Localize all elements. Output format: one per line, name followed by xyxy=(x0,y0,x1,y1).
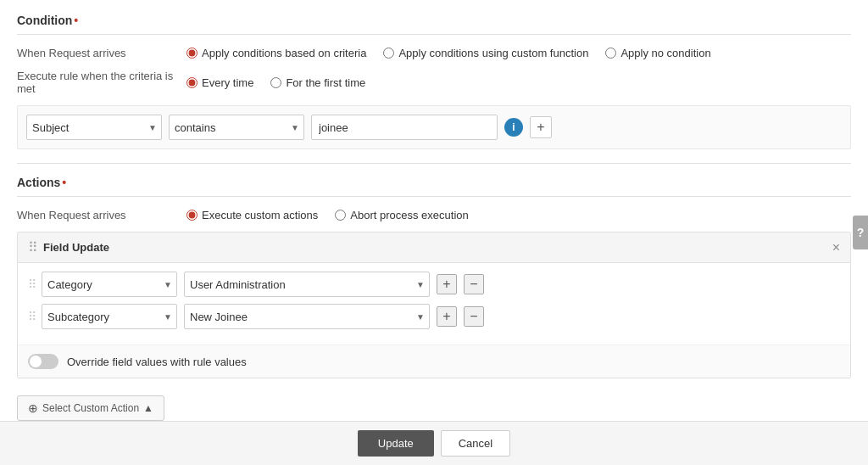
field-row: ⠿ Category Subcategory Subject Status ▼ … xyxy=(28,272,840,297)
user-admin-select[interactable]: User Administration IT Support HR Financ… xyxy=(184,272,430,297)
footer-bar: Update Cancel xyxy=(0,421,868,465)
radio-none-label: Apply no condition xyxy=(620,47,710,59)
operator-select-container: contains equals starts with ends with ▼ xyxy=(169,115,304,140)
plus-circle-icon: ⊕ xyxy=(28,401,38,415)
radio-criteria-input[interactable] xyxy=(186,48,198,59)
condition-section: Condition• When Request arrives Apply co… xyxy=(17,14,851,149)
new-joinee-select-container: New Joinee Exit Transfer Promotion ▼ xyxy=(184,304,430,329)
exec-first-input[interactable] xyxy=(270,77,281,88)
subcategory-select-container: Category Subcategory Subject Status ▼ xyxy=(42,304,177,329)
update-button[interactable]: Update xyxy=(358,430,434,457)
actions-section: Actions• When Request arrives Execute cu… xyxy=(17,176,851,421)
category-select-container: Category Subcategory Subject Status ▼ xyxy=(42,272,177,297)
subcategory-select[interactable]: Category Subcategory Subject Status xyxy=(42,304,177,329)
add-criteria-button[interactable]: + xyxy=(530,116,552,138)
card-drag-handle-icon[interactable]: ⠿ xyxy=(28,239,36,255)
dropdown-arrow-icon: ▲ xyxy=(143,402,153,414)
exec-first-label: For the first time xyxy=(286,76,365,89)
act-custom-label: Execute custom actions xyxy=(202,209,318,221)
override-row: Override field values with rule values xyxy=(18,345,850,378)
actions-title: Actions• xyxy=(17,176,851,197)
radio-custom-item[interactable]: Apply conditions using custom function xyxy=(383,47,588,59)
user-admin-select-container: User Administration IT Support HR Financ… xyxy=(184,272,430,297)
close-card-button[interactable]: × xyxy=(832,241,840,255)
info-button[interactable]: i xyxy=(504,118,523,137)
row2-plus-button[interactable]: + xyxy=(437,306,457,327)
exec-every-label: Every time xyxy=(202,76,253,89)
row1-minus-button[interactable]: − xyxy=(464,274,484,294)
field-update-header: ⠿ Field Update × xyxy=(18,232,850,263)
criteria-value-input[interactable] xyxy=(311,115,498,140)
help-tab[interactable]: ? xyxy=(853,216,868,249)
cancel-button[interactable]: Cancel xyxy=(441,430,510,457)
row1-plus-button[interactable]: + xyxy=(437,274,457,294)
when-request-row: When Request arrives Apply conditions ba… xyxy=(17,47,851,59)
field-update-title: Field Update xyxy=(43,241,826,254)
radio-custom-input[interactable] xyxy=(383,48,394,59)
section-divider xyxy=(17,163,851,164)
act-abort-input[interactable] xyxy=(335,210,346,221)
override-toggle[interactable] xyxy=(28,354,58,369)
execute-rule-label: Execute rule when the criteria is met xyxy=(17,70,186,95)
exec-every-input[interactable] xyxy=(186,77,198,88)
select-custom-action-button[interactable]: ⊕ Select Custom Action ▲ xyxy=(17,395,164,421)
actions-radio-group: Execute custom actions Abort process exe… xyxy=(186,209,469,221)
radio-criteria-label: Apply conditions based on criteria xyxy=(202,47,366,59)
new-joinee-select[interactable]: New Joinee Exit Transfer Promotion xyxy=(184,304,430,329)
radio-none-item[interactable]: Apply no condition xyxy=(605,47,710,59)
execute-rule-row: Execute rule when the criteria is met Ev… xyxy=(17,70,851,95)
act-custom-item[interactable]: Execute custom actions xyxy=(186,209,318,221)
select-custom-action-label: Select Custom Action xyxy=(42,402,139,414)
field-rows-container: ⠿ Category Subcategory Subject Status ▼ … xyxy=(18,263,850,345)
criteria-row: Subject Body From To ▼ contains equals s… xyxy=(17,105,851,149)
actions-when-request-row: When Request arrives Execute custom acti… xyxy=(17,209,851,221)
operator-select[interactable]: contains equals starts with ends with xyxy=(169,115,304,140)
help-icon: ? xyxy=(857,226,865,239)
subject-select[interactable]: Subject Body From To xyxy=(26,115,162,140)
act-abort-label: Abort process execution xyxy=(350,209,468,221)
when-request-label: When Request arrives xyxy=(17,47,186,59)
execute-radio-group: Every time For the first time xyxy=(186,76,365,89)
row2-minus-button[interactable]: − xyxy=(464,306,484,327)
subject-select-container: Subject Body From To ▼ xyxy=(26,115,162,140)
row-drag-handle-icon[interactable]: ⠿ xyxy=(28,277,35,291)
radio-criteria-item[interactable]: Apply conditions based on criteria xyxy=(186,47,366,59)
act-abort-item[interactable]: Abort process execution xyxy=(335,209,468,221)
category-select[interactable]: Category Subcategory Subject Status xyxy=(42,272,177,297)
exec-first-item[interactable]: For the first time xyxy=(270,76,365,89)
radio-none-input[interactable] xyxy=(605,48,616,59)
main-content: Condition• When Request arrives Apply co… xyxy=(0,0,868,421)
condition-title: Condition• xyxy=(17,14,851,35)
row2-drag-handle-icon[interactable]: ⠿ xyxy=(28,310,35,323)
field-row: ⠿ Category Subcategory Subject Status ▼ … xyxy=(28,304,840,329)
condition-radio-group: Apply conditions based on criteria Apply… xyxy=(186,47,711,59)
override-label: Override field values with rule values xyxy=(67,356,247,368)
field-update-card: ⠿ Field Update × ⠿ Category Subcategory … xyxy=(17,232,851,378)
act-custom-input[interactable] xyxy=(186,210,198,221)
exec-every-item[interactable]: Every time xyxy=(186,76,253,89)
actions-when-request-label: When Request arrives xyxy=(17,209,186,221)
radio-custom-label: Apply conditions using custom function xyxy=(398,47,588,59)
